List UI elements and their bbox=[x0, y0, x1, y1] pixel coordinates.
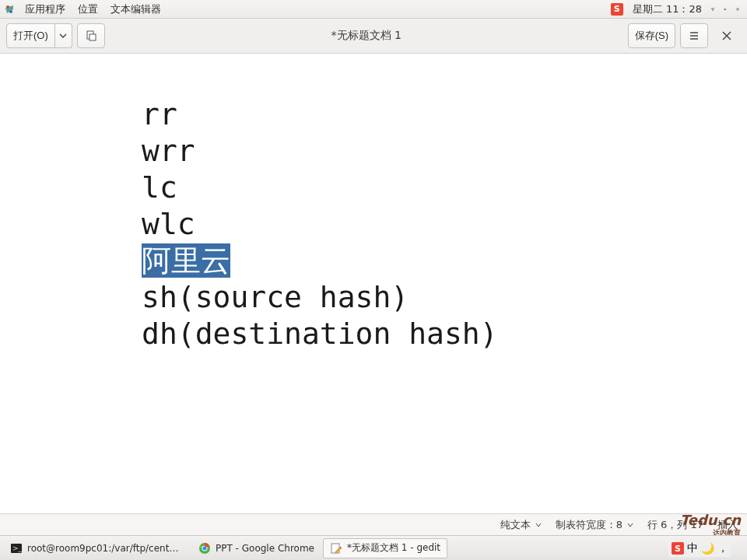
menu-texteditor[interactable]: 文本编辑器 bbox=[104, 2, 167, 16]
text-line: rr bbox=[142, 97, 177, 131]
ime-indicator-icon[interactable]: S bbox=[606, 3, 628, 16]
selected-text: 阿里云 bbox=[142, 243, 230, 278]
editor-toolbar: 打开(O) *无标题文档 1 保存(S) bbox=[0, 19, 747, 54]
editor-text-area[interactable]: rr wrr lc wlc 阿里云 sh(source hash) dh(des… bbox=[0, 54, 747, 513]
desktop-top-panel: 应用程序 位置 文本编辑器 S 星期二 11：28 bbox=[0, 0, 747, 19]
clock[interactable]: 星期二 11：28 bbox=[628, 2, 707, 16]
hamburger-icon bbox=[689, 30, 700, 41]
menu-applications[interactable]: 应用程序 bbox=[19, 2, 72, 16]
open-button-group: 打开(O) bbox=[6, 23, 72, 48]
text-line: lc bbox=[142, 170, 177, 205]
cursor-position: 行 6，列 17 bbox=[647, 518, 703, 532]
ime-overlay[interactable]: S 中 🌙 ， bbox=[668, 540, 731, 557]
tab-width-label: 制表符宽度：8 bbox=[556, 518, 622, 532]
new-document-button[interactable] bbox=[77, 23, 105, 48]
chevron-down-icon bbox=[627, 522, 633, 528]
taskbar-item-label: root@room9pc01:/var/ftp/centos-… bbox=[27, 543, 183, 554]
volume-icon[interactable] bbox=[719, 3, 731, 16]
editor-statusbar: 纯文本 制表符宽度：8 行 6，列 17 插入 bbox=[0, 513, 747, 535]
svg-point-1 bbox=[9, 10, 12, 13]
svg-point-0 bbox=[6, 5, 9, 9]
taskbar-item-gedit[interactable]: *无标题文档 1 - gedit bbox=[323, 538, 447, 558]
svg-point-18 bbox=[203, 546, 207, 550]
ime-zhong: 中 bbox=[687, 541, 698, 555]
network-icon[interactable] bbox=[707, 3, 719, 16]
open-dropdown-button[interactable] bbox=[55, 23, 72, 48]
svg-rect-8 bbox=[89, 34, 96, 40]
desktop-taskbar: >_ root@room9pc01:/var/ftp/centos-… PPT … bbox=[0, 535, 747, 560]
taskbar-item-terminal[interactable]: >_ root@room9pc01:/var/ftp/centos-… bbox=[3, 538, 190, 558]
taskbar-item-label: *无标题文档 1 - gedit bbox=[347, 541, 440, 555]
moon-icon: 🌙 bbox=[701, 542, 714, 555]
text-line: wrr bbox=[142, 134, 195, 168]
syntax-mode-label: 纯文本 bbox=[500, 518, 531, 532]
chrome-icon bbox=[198, 542, 211, 555]
text-line: sh(source hash) bbox=[142, 280, 409, 314]
tab-width-selector[interactable]: 制表符宽度：8 bbox=[556, 518, 633, 532]
activities-icon bbox=[3, 3, 16, 16]
open-button[interactable]: 打开(O) bbox=[6, 23, 55, 48]
text-line: wlc bbox=[142, 207, 195, 241]
chevron-down-icon bbox=[535, 522, 542, 528]
ime-s-icon: S bbox=[672, 542, 684, 555]
hamburger-menu-button[interactable] bbox=[680, 23, 708, 48]
ime-punct: ， bbox=[717, 541, 728, 555]
taskbar-item-label: PPT - Google Chrome bbox=[216, 543, 314, 554]
syntax-mode-selector[interactable]: 纯文本 bbox=[500, 518, 542, 532]
svg-text:>_: >_ bbox=[12, 544, 23, 552]
document-title: *无标题文档 1 bbox=[110, 29, 623, 43]
taskbar-item-chrome[interactable]: PPT - Google Chrome bbox=[191, 538, 321, 558]
close-icon bbox=[722, 31, 731, 40]
insert-mode[interactable]: 插入 bbox=[717, 518, 738, 532]
power-icon[interactable] bbox=[731, 3, 744, 16]
menu-places[interactable]: 位置 bbox=[72, 2, 104, 16]
text-line: dh(destination hash) bbox=[142, 317, 498, 351]
document-new-icon bbox=[85, 30, 97, 42]
close-button[interactable] bbox=[713, 23, 741, 48]
save-button[interactable]: 保存(S) bbox=[628, 23, 675, 48]
terminal-icon: >_ bbox=[10, 542, 23, 555]
chevron-down-icon bbox=[59, 32, 67, 40]
gedit-icon bbox=[330, 542, 342, 555]
